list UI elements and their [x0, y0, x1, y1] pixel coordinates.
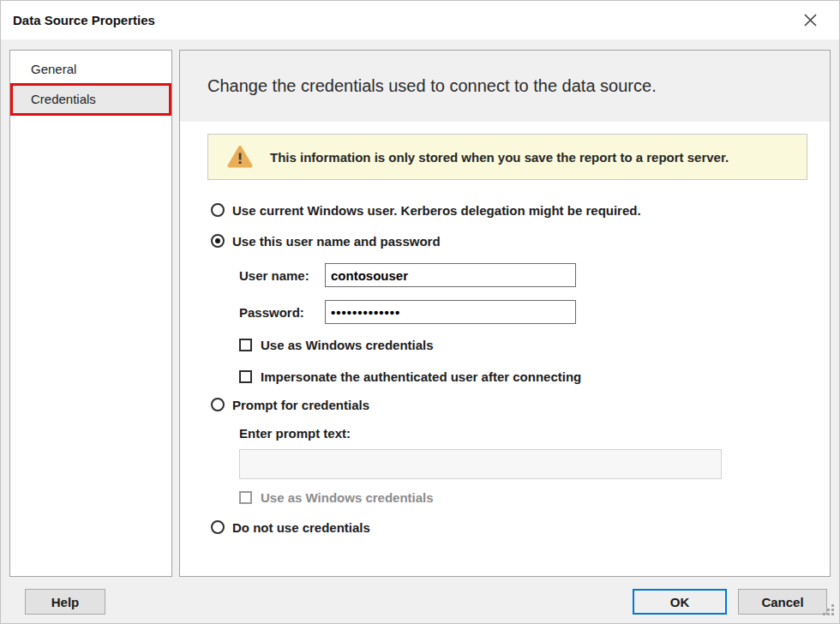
ok-button[interactable]: OK [633, 589, 727, 615]
windows-credentials-row: Use as Windows credentials [239, 333, 434, 357]
checkbox-label: Use as Windows credentials [261, 490, 434, 505]
impersonate-checkbox[interactable] [239, 370, 252, 383]
sidebar-item-label: Credentials [31, 92, 96, 106]
prompt-text-label-row: Enter prompt text: [239, 421, 351, 445]
radio-username-password[interactable] [211, 234, 225, 248]
pane-header: Change the credentials used to connect t… [180, 51, 830, 122]
close-button[interactable] [789, 1, 831, 39]
warning-triangle-icon [227, 145, 253, 169]
radio-prompt-credentials[interactable] [211, 398, 225, 411]
sidebar-item-label: General [31, 62, 76, 76]
sidebar: General Credentials [9, 50, 172, 577]
title-bar: Data Source Properties [1, 1, 839, 39]
password-label: Password: [239, 305, 325, 320]
checkbox-label: Impersonate the authenticated user after… [261, 369, 581, 384]
close-icon [804, 14, 817, 27]
sidebar-item-credentials[interactable]: Credentials [10, 84, 171, 114]
windows-credentials-prompt-checkbox[interactable] [239, 491, 252, 504]
option-current-windows-user: Use current Windows user. Kerberos deleg… [211, 198, 641, 222]
radio-current-windows-user[interactable] [211, 203, 225, 217]
password-row: Password: [239, 299, 576, 325]
warning-text: This information is only stored when you… [270, 150, 729, 165]
help-button[interactable]: Help [25, 589, 105, 615]
radio-label: Do not use credentials [232, 520, 370, 535]
pane-heading: Change the credentials used to connect t… [207, 76, 657, 96]
windows-credentials-prompt-row: Use as Windows credentials [239, 485, 434, 509]
resize-grip[interactable] [822, 603, 835, 619]
impersonate-row: Impersonate the authenticated user after… [239, 364, 581, 388]
radio-label: Use this user name and password [232, 234, 441, 249]
data-source-properties-dialog: { "window": { "title": "Data Source Prop… [0, 0, 840, 624]
sidebar-item-general[interactable]: General [10, 54, 171, 84]
credentials-pane: Change the credentials used to connect t… [179, 50, 831, 577]
username-row: User name: [239, 262, 576, 288]
checkbox-label: Use as Windows credentials [261, 338, 434, 352]
radio-label: Prompt for credentials [232, 398, 369, 412]
radio-no-credentials[interactable] [211, 520, 225, 534]
option-username-password: Use this user name and password [211, 229, 441, 253]
option-prompt-credentials: Prompt for credentials [211, 393, 369, 417]
warning-banner: This information is only stored when you… [207, 134, 807, 180]
option-no-credentials: Do not use credentials [211, 515, 370, 539]
password-input[interactable] [325, 300, 576, 324]
window-title: Data Source Properties [13, 13, 155, 27]
prompt-text-input[interactable] [239, 449, 722, 479]
cancel-button[interactable]: Cancel [738, 589, 827, 615]
username-label: User name: [239, 268, 325, 283]
radio-label: Use current Windows user. Kerberos deleg… [232, 203, 641, 218]
username-input[interactable] [325, 263, 576, 287]
prompt-text-label: Enter prompt text: [239, 426, 351, 441]
windows-credentials-checkbox[interactable] [239, 339, 252, 351]
